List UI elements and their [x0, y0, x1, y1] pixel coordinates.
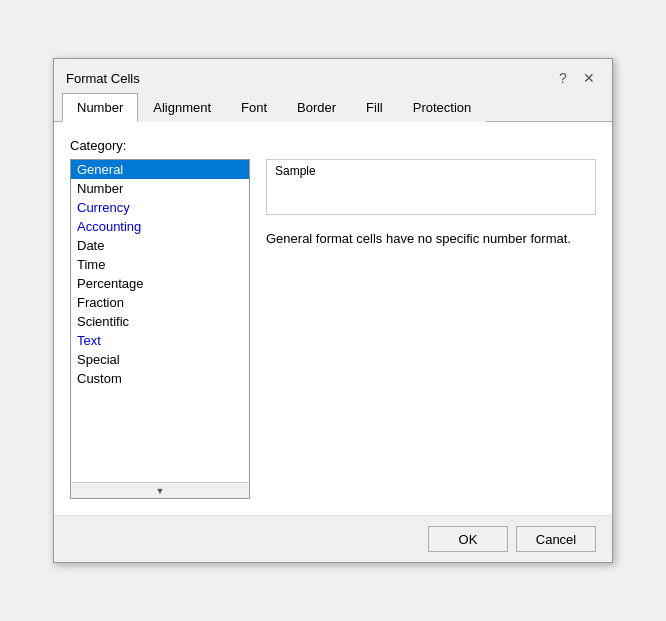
format-cells-dialog: Format Cells ? ✕ Number Alignment Font B…: [53, 58, 613, 563]
ok-button[interactable]: OK: [428, 526, 508, 552]
category-item-scientific[interactable]: Scientific: [71, 312, 249, 331]
description-text: General format cells have no specific nu…: [266, 231, 596, 246]
dialog-body: Category: GeneralNumberCurrencyAccountin…: [54, 122, 612, 515]
category-item-general[interactable]: General: [71, 160, 249, 179]
category-list-wrapper: GeneralNumberCurrencyAccountingDateTimeP…: [70, 159, 250, 499]
sample-content: [275, 182, 587, 210]
tab-font[interactable]: Font: [226, 93, 282, 122]
category-item-accounting[interactable]: Accounting: [71, 217, 249, 236]
category-item-percentage[interactable]: Percentage: [71, 274, 249, 293]
title-bar-left: Format Cells: [66, 71, 140, 86]
tab-protection[interactable]: Protection: [398, 93, 487, 122]
category-item-number[interactable]: Number: [71, 179, 249, 198]
category-label: Category:: [70, 138, 596, 153]
sample-label: Sample: [275, 164, 587, 178]
content-area: GeneralNumberCurrencyAccountingDateTimeP…: [70, 159, 596, 499]
tab-fill[interactable]: Fill: [351, 93, 398, 122]
category-item-date[interactable]: Date: [71, 236, 249, 255]
title-bar: Format Cells ? ✕: [54, 59, 612, 93]
sample-box: Sample: [266, 159, 596, 215]
cancel-button[interactable]: Cancel: [516, 526, 596, 552]
category-item-text[interactable]: Text: [71, 331, 249, 350]
dialog-title: Format Cells: [66, 71, 140, 86]
tab-number[interactable]: Number: [62, 93, 138, 122]
tab-border[interactable]: Border: [282, 93, 351, 122]
category-item-custom[interactable]: Custom: [71, 369, 249, 388]
title-actions: ? ✕: [552, 67, 600, 89]
tab-alignment[interactable]: Alignment: [138, 93, 226, 122]
tab-bar: Number Alignment Font Border Fill Protec…: [54, 93, 612, 122]
category-item-fraction[interactable]: Fraction: [71, 293, 249, 312]
right-panel: Sample General format cells have no spec…: [266, 159, 596, 499]
category-item-special[interactable]: Special: [71, 350, 249, 369]
help-button[interactable]: ?: [552, 67, 574, 89]
scroll-down-arrow[interactable]: ▼: [71, 482, 249, 498]
close-button[interactable]: ✕: [578, 67, 600, 89]
dialog-footer: OK Cancel: [54, 515, 612, 562]
category-item-time[interactable]: Time: [71, 255, 249, 274]
category-item-currency[interactable]: Currency: [71, 198, 249, 217]
category-list[interactable]: GeneralNumberCurrencyAccountingDateTimeP…: [71, 160, 249, 482]
